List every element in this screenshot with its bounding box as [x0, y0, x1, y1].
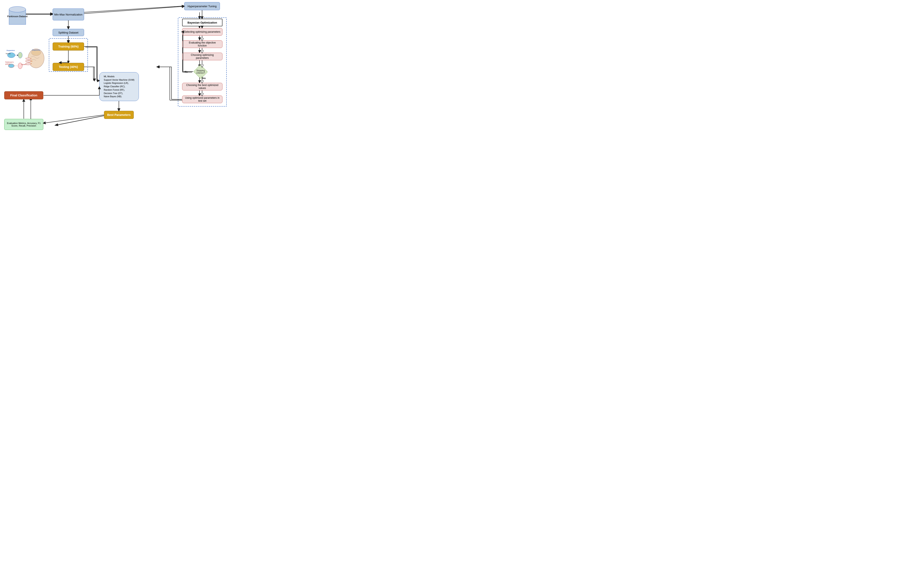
svg-text:Parkinson's: Parkinson's [5, 61, 14, 63]
proc1-box: Selecting optimizing parameters [182, 28, 222, 36]
proc5-box: Choosing the best optimized values [182, 83, 222, 91]
proc2-label: Evaluating the objective function [184, 41, 220, 47]
best-params-label: Best Parameters [107, 113, 131, 117]
best-params-box: Best Parameters [104, 111, 134, 119]
dataset-cylinder: Parkinson Dataset [9, 6, 26, 25]
training-label: Training (60%) [58, 45, 78, 48]
eval-label: Evaluation Metrics, Accuracy, F1 Score, … [7, 122, 41, 127]
proc2-box: Evaluating the objective function [182, 40, 222, 48]
svg-point-47 [26, 63, 31, 65]
final-class-box: Final Classification [4, 91, 43, 99]
proc6-label: Using optimized parameters in test set [184, 96, 220, 102]
normalization-box: Min-Max Normalization [53, 8, 84, 20]
proc5-label: Choosing the best optimized values [184, 84, 220, 89]
ml-models-label: ML Models Support Vector Machine (SVM) L… [104, 75, 134, 98]
eval-metrics-box: Evaluation Metrics, Accuracy, F1 Score, … [4, 119, 43, 130]
training-box: Training (60%) [53, 42, 84, 50]
yes-label: Yes [202, 77, 206, 80]
hypertuning-label: Hyperparameter Tuning [188, 5, 217, 8]
proc3-label: Choosing optimizing parameters [184, 53, 220, 59]
normalization-label: Min-Max Normalization [54, 13, 83, 16]
svg-line-11 [55, 116, 104, 125]
svg-point-32 [18, 52, 22, 58]
proc3-box: Choosing optimizing parameters [182, 53, 222, 60]
bayesian-box: Bayesian Optimization [182, 19, 222, 26]
stopping-diamond: Stoppingcriterion? [193, 67, 208, 77]
svg-text:Dopamine: Dopamine [32, 49, 40, 51]
testing-label: Testing (40%) [59, 65, 78, 69]
brain-illustration: Dopamine Normal Parkinson's patient Dysk… [4, 42, 47, 81]
splitting-box: Splitting Dataset [53, 29, 84, 36]
diamond-label: Stoppingcriterion? [196, 69, 205, 74]
splitting-label: Splitting Dataset [58, 31, 78, 34]
svg-text:patient: patient [5, 63, 10, 65]
proc1-label: Selecting optimizing parameters [184, 30, 220, 33]
svg-text:Normal: Normal [6, 53, 11, 54]
dataset-label: Parkinson Dataset [7, 15, 28, 17]
svg-line-27 [56, 116, 104, 125]
no-label: No [184, 70, 188, 73]
svg-line-14 [84, 6, 184, 12]
ml-models-box: ML Models Support Vector Machine (SVM) L… [99, 72, 139, 101]
testing-box: Testing (40%) [53, 63, 84, 71]
proc6-box: Using optimized parameters in test set [182, 96, 222, 103]
svg-line-52 [84, 6, 184, 14]
bayesian-label: Bayesian Optimization [188, 21, 217, 24]
svg-point-45 [26, 58, 31, 60]
hypertuning-box: Hyperparameter Tuning [184, 2, 220, 10]
svg-line-62 [44, 115, 104, 123]
svg-point-46 [26, 60, 31, 63]
final-class-label: Final Classification [10, 94, 38, 97]
svg-text:Dopamine: Dopamine [6, 50, 15, 52]
